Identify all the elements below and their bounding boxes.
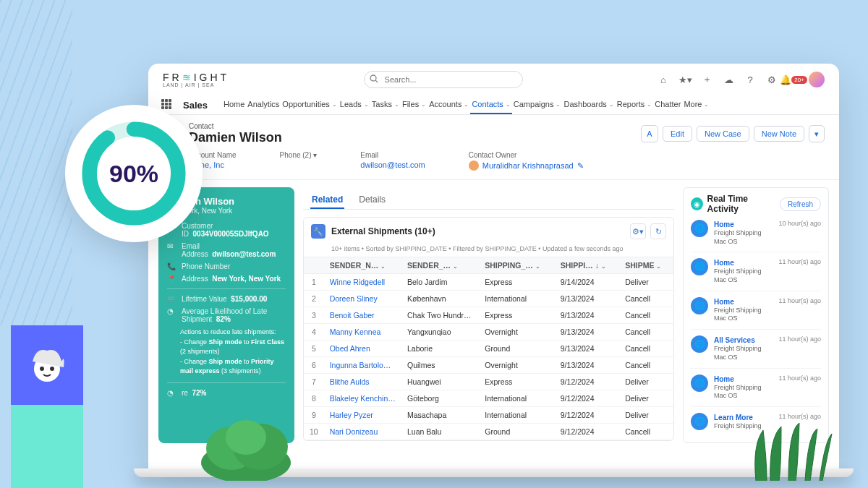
activity-item[interactable]: 🌐HomeFreight ShippingMac OS10 hour(s) ag… [691,214,821,252]
cloud-icon[interactable]: ☁ [722,73,735,86]
table-row[interactable]: 3Benoit GaberChak Two Hundre…Express9/13… [304,307,673,324]
new-case-button[interactable]: New Case [697,126,749,142]
globe-icon: 🌐 [691,413,708,430]
add-icon[interactable]: ＋ [700,73,713,86]
column-header[interactable]: SHIPPI… ↓⌄ [555,257,619,274]
column-header[interactable]: SHIPME⌄ [619,257,673,274]
column-header[interactable]: SHIPPING_…⌄ [479,257,555,274]
email-link[interactable]: dwilson@test.com [360,160,425,169]
mail-icon: ✉ [167,242,176,250]
object-label: Contact [189,122,282,130]
table-row[interactable]: 2Doreen SlineyKøbenhavnInternational9/13… [304,291,673,307]
new-note-button[interactable]: New Note [754,126,804,142]
recommended-actions: Actions to reduce late shipments: - Chan… [167,328,286,377]
svg-line-4 [375,80,378,82]
nav-item-dashboards[interactable]: Dashboards⌄ [562,95,615,113]
table-row[interactable]: 6Ingunna BartolomieuQuilmesOvernight9/13… [304,357,673,374]
panel-settings-button[interactable]: ⚙▾ [630,223,646,239]
favorite-icon[interactable]: ★▾ [678,73,692,86]
side-address-value: New York, New York [212,275,281,283]
svg-point-10 [226,420,266,455]
svg-point-3 [370,75,376,81]
nav-item-campaigns[interactable]: Campaigns⌄ [512,95,563,113]
nav-item-leads[interactable]: Leads⌄ [339,95,370,113]
external-shipments-panel: 🔧 External Shipments (10+) ⚙▾ ↻ 10+ item… [303,217,674,441]
panel-subtitle: 10+ items • Sorted by SHIPPING_DATE • Fi… [304,245,673,257]
table-row[interactable]: 9Harley PyzerMasachapaInternational9/12/… [304,407,673,424]
globe-icon: 🌐 [691,220,708,237]
owner-avatar-icon [469,160,479,171]
table-row[interactable]: 1Winne RidgedellBelo JardimExpress9/14/2… [304,274,673,291]
phone-icon: 📞 [167,262,176,270]
side-email-value: dwilson@test.com [212,250,276,258]
app-nav: Sales HomeAnalyticsOpportunities⌄Leads⌄T… [148,93,839,115]
svg-point-2 [50,367,54,371]
globe-icon: 🌐 [691,374,708,392]
utility-icons: ⌂ ★▾ ＋ ☁ ? ⚙ 🔔20+ [657,72,825,87]
rta-title: Real Time Activity [707,194,775,214]
owner-label: Contact Owner [469,151,584,159]
global-search [364,71,523,88]
tab-related[interactable]: Related [310,192,344,209]
activity-item[interactable]: 🌐HomeFreight ShippingMac OS11 hour(s) ag… [691,291,821,330]
mascot-tile [11,325,83,405]
user-avatar[interactable] [809,72,825,87]
activity-item[interactable]: 🌐All ServicesFreight ShippingMac OS11 ho… [691,330,821,368]
cart-icon: 🛒 [167,295,176,303]
panel-title: External Shipments (10+) [331,226,435,236]
top-bar: FR≋IGHT LAND | AIR | SEA ⌂ ★▾ ＋ ☁ ? ⚙ 🔔2… [148,64,839,93]
table-row[interactable]: 4Manny KenneaYangxunqiaoOvernight9/13/20… [304,324,673,341]
app-window: FR≋IGHT LAND | AIR | SEA ⌂ ★▾ ＋ ☁ ? ⚙ 🔔2… [148,64,839,468]
nav-item-contacts[interactable]: Contacts⌄ [470,95,511,114]
shipments-table: SENDER_N…⌄SENDER_…⌄SHIPPING_…⌄SHIPPI… ↓⌄… [304,257,673,440]
panel-refresh-button[interactable]: ↻ [650,223,666,239]
nav-item-analytics[interactable]: Analytics [246,95,281,113]
more-actions-button[interactable]: ▾ [809,125,825,142]
nav-item-files[interactable]: Files⌄ [401,95,427,113]
phone-label: Phone (2) ▾ [280,151,318,159]
help-icon[interactable]: ? [744,73,757,86]
progress-donut: 90% [65,105,203,242]
notifications-icon[interactable]: 🔔20+ [787,73,800,86]
app-launcher-icon[interactable] [161,99,173,111]
svg-point-1 [40,367,44,371]
refresh-button[interactable]: Refresh [780,197,821,211]
record-header: ◔ Contact Damien Wilson A Edit New Case … [148,115,839,180]
globe-icon: 🌐 [691,335,708,353]
edit-button[interactable]: Edit [663,126,692,142]
customer-id-value: 0034V00005SDJIfQAO [193,230,269,238]
nav-item-more[interactable]: More⌄ [682,95,710,113]
table-row[interactable]: 10Nari DonizeauLuan BaluGround9/12/2024C… [304,424,673,440]
activity-item[interactable]: 🌐HomeFreight ShippingMac OS11 hour(s) ag… [691,369,821,407]
home-icon[interactable]: ⌂ [657,73,670,86]
donut-percent: 90% [109,160,158,188]
column-header[interactable]: SENDER_…⌄ [401,257,479,274]
wrench-icon: 🔧 [311,224,326,239]
nav-item-home[interactable]: Home [222,95,246,113]
nav-item-chatter[interactable]: Chatter [653,95,682,113]
setup-icon[interactable]: ⚙ [765,73,778,86]
pattern-tile [11,405,83,488]
location-icon: 📍 [167,275,176,283]
brand-logo: FR≋IGHT LAND | AIR | SEA [163,72,229,87]
column-header[interactable]: SENDER_N…⌄ [324,257,401,274]
ai-assist-button[interactable]: A [641,125,658,142]
nav-item-tasks[interactable]: Tasks⌄ [370,95,401,113]
tab-details[interactable]: Details [357,192,387,209]
activity-item[interactable]: 🌐HomeFreight ShippingMac OS11 hour(s) ag… [691,252,821,291]
ltv-value: $15,000.00 [231,295,267,303]
globe-icon: 🌐 [691,258,708,275]
nav-item-reports[interactable]: Reports⌄ [616,95,654,113]
search-input[interactable] [364,71,523,88]
table-row[interactable]: 5Obed AhrenLaborieGround9/13/2024Cancell [304,341,673,357]
nav-item-accounts[interactable]: Accounts⌄ [427,95,470,113]
real-time-activity-panel: ◉ Real Time Activity Refresh 🌐HomeFreigh… [683,187,829,443]
detail-tabs: Related Details [303,187,674,210]
owner-link[interactable]: Muralidhar Krishnaprasad ✎ [469,160,584,171]
table-row[interactable]: 8Blakeley Kenchingt…GöteborgInternationa… [304,390,673,407]
nav-item-opportunities[interactable]: Opportunities⌄ [281,95,338,113]
app-name: Sales [183,100,208,111]
late-pct-value: 82% [216,315,231,323]
table-row[interactable]: 7Blithe AuldsHuangweiExpress9/12/2024Del… [304,374,673,390]
globe-icon: 🌐 [691,297,708,314]
